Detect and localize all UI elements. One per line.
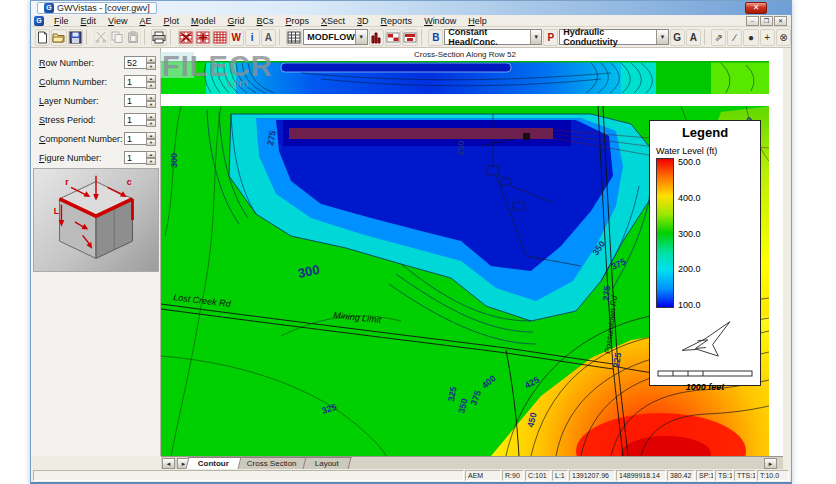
save-button[interactable] bbox=[68, 29, 83, 46]
letter-a-icon: A bbox=[265, 30, 272, 45]
well-tool-button[interactable]: W bbox=[229, 29, 244, 46]
annotate-tool-button[interactable]: A bbox=[261, 29, 276, 46]
stress-period-stepper[interactable]: ▲▼ bbox=[146, 113, 156, 126]
contour-map-pane[interactable]: Lost Creek Rd Mining Limit Possumtown Rd… bbox=[161, 106, 769, 456]
grid-view-button[interactable] bbox=[286, 29, 302, 46]
line-icon: ∕ bbox=[734, 32, 736, 43]
chevron-down-icon[interactable]: ▼ bbox=[656, 30, 667, 44]
figure-number-stepper[interactable]: ▲▼ bbox=[146, 151, 156, 164]
bc-type-button[interactable]: B bbox=[428, 29, 443, 46]
cross-section-pane[interactable]: Cross-Section Along Row 52 bbox=[161, 48, 769, 96]
spinner-down-icon[interactable]: ▼ bbox=[146, 101, 156, 108]
layer-number-stepper[interactable]: ▲▼ bbox=[146, 94, 156, 107]
tab-scroll-left-button[interactable]: ◄ bbox=[162, 458, 175, 469]
tab-more-button[interactable]: ► bbox=[764, 458, 777, 469]
copy-button[interactable] bbox=[110, 29, 125, 46]
spinner-up-icon[interactable]: ▲ bbox=[146, 75, 156, 82]
spinner-down-icon[interactable]: ▼ bbox=[146, 82, 156, 89]
cut-button[interactable] bbox=[94, 29, 109, 46]
spinner-down-icon[interactable]: ▼ bbox=[146, 139, 156, 146]
tick-100: 100.0 bbox=[678, 301, 701, 310]
pointer-tool-button[interactable]: ⇗ bbox=[711, 29, 726, 46]
mdi-restore-button[interactable]: ❐ bbox=[760, 16, 773, 26]
spinner-up-icon[interactable]: ▲ bbox=[146, 151, 156, 158]
status-layer: L:1 bbox=[552, 470, 568, 481]
mdi-minimize-button[interactable]: – bbox=[746, 16, 759, 26]
stress-period-input[interactable]: 1 bbox=[124, 113, 146, 126]
screen: G GWVistas - [cover.gwv] ✕ G File Edit V… bbox=[0, 0, 836, 484]
menu-bcs[interactable]: BCs bbox=[251, 15, 280, 27]
bc-cells-button-2[interactable] bbox=[402, 29, 418, 46]
menu-plot[interactable]: Plot bbox=[157, 15, 185, 27]
spinner-up-icon[interactable]: ▲ bbox=[146, 132, 156, 139]
crosshair-tool-button[interactable]: + bbox=[760, 29, 775, 46]
color-scale-ticks: 500.0 400.0 300.0 200.0 100.0 bbox=[678, 158, 701, 310]
close-button[interactable]: ✕ bbox=[745, 2, 767, 14]
menu-file[interactable]: File bbox=[48, 15, 75, 27]
new-file-button[interactable] bbox=[35, 29, 50, 46]
bc-cells-button[interactable] bbox=[385, 29, 401, 46]
spinner-up-icon[interactable]: ▲ bbox=[146, 56, 156, 63]
spinner-up-icon[interactable]: ▲ bbox=[146, 94, 156, 101]
figure-number-input[interactable]: 1 bbox=[124, 151, 146, 164]
grid-value-button[interactable]: G bbox=[670, 29, 685, 46]
menu-window[interactable]: Window bbox=[418, 15, 462, 27]
tab-layout[interactable]: Layout bbox=[302, 457, 351, 469]
grid-refine-button[interactable] bbox=[212, 29, 228, 46]
tab-cross-section[interactable]: Cross Section bbox=[235, 457, 310, 469]
paste-button[interactable] bbox=[126, 29, 141, 46]
model-combo[interactable]: MODFLOW ▼ bbox=[303, 29, 368, 45]
status-value: 380.42 bbox=[667, 470, 695, 481]
print-button[interactable] bbox=[151, 29, 167, 46]
row-number-stepper[interactable]: ▲▼ bbox=[146, 56, 156, 69]
open-file-button[interactable] bbox=[51, 29, 67, 46]
mass-balance-button[interactable] bbox=[369, 29, 384, 46]
grid-plus-icon bbox=[196, 31, 210, 44]
spinner-down-icon[interactable]: ▼ bbox=[146, 63, 156, 70]
letter-w-icon: W bbox=[231, 30, 240, 45]
target-tool-button[interactable]: ⊗ bbox=[776, 29, 791, 46]
component-number-stepper[interactable]: ▲▼ bbox=[146, 132, 156, 145]
menu-ae[interactable]: AE bbox=[133, 15, 157, 27]
menu-3d[interactable]: 3D bbox=[351, 15, 375, 27]
line-tool-button[interactable]: ∕ bbox=[727, 29, 742, 46]
cube-row-label: r bbox=[65, 177, 69, 187]
menu-help[interactable]: Help bbox=[462, 15, 493, 27]
menu-view[interactable]: View bbox=[102, 15, 133, 27]
prop-type-button[interactable]: P bbox=[543, 29, 558, 46]
menu-reports[interactable]: Reports bbox=[375, 15, 419, 27]
layer-number-input[interactable]: 1 bbox=[124, 94, 146, 107]
circle-tool-button[interactable]: ● bbox=[743, 29, 758, 46]
window-title: GWVistas - [cover.gwv] bbox=[57, 3, 150, 13]
menu-model[interactable]: Model bbox=[185, 15, 222, 27]
spinner-up-icon[interactable]: ▲ bbox=[146, 113, 156, 120]
property-combo[interactable]: Hydraulic Conductivity ▼ bbox=[559, 29, 668, 45]
figure-number-field: Figure Number: 1 ▲▼ bbox=[31, 148, 160, 167]
toolbar-separator bbox=[170, 29, 174, 45]
tab-contour[interactable]: Contour bbox=[186, 457, 242, 469]
menu-props[interactable]: Props bbox=[280, 15, 316, 27]
menu-edit[interactable]: Edit bbox=[75, 15, 103, 27]
column-number-stepper[interactable]: ▲▼ bbox=[146, 75, 156, 88]
mdi-close-button[interactable]: ✕ bbox=[774, 16, 787, 26]
menu-xsect[interactable]: XSect bbox=[315, 15, 351, 27]
toolbar-separator bbox=[144, 29, 148, 45]
component-number-input[interactable]: 1 bbox=[124, 132, 146, 145]
new-file-icon bbox=[36, 31, 49, 44]
chart-icon bbox=[370, 31, 382, 44]
grid-insert-button[interactable] bbox=[195, 29, 211, 46]
spinner-down-icon[interactable]: ▼ bbox=[146, 120, 156, 127]
grid-delete-button[interactable] bbox=[178, 29, 194, 46]
letter-a2-icon: A bbox=[690, 30, 697, 45]
menu-grid[interactable]: Grid bbox=[221, 15, 250, 27]
info-tool-button[interactable]: i bbox=[245, 29, 260, 46]
row-number-input[interactable]: 52 bbox=[124, 56, 146, 69]
text-size-button[interactable]: A bbox=[686, 29, 701, 46]
chevron-down-icon[interactable]: ▼ bbox=[530, 30, 541, 44]
column-number-input[interactable]: 1 bbox=[124, 75, 146, 88]
spinner-down-icon[interactable]: ▼ bbox=[146, 158, 156, 165]
component-number-field: Component Number: 1 ▲▼ bbox=[31, 129, 160, 148]
grid-orientation-panel[interactable]: r c L bbox=[33, 168, 159, 272]
chevron-down-icon[interactable]: ▼ bbox=[355, 30, 367, 44]
bc-combo[interactable]: Constant Head/Conc. ▼ bbox=[444, 29, 542, 45]
